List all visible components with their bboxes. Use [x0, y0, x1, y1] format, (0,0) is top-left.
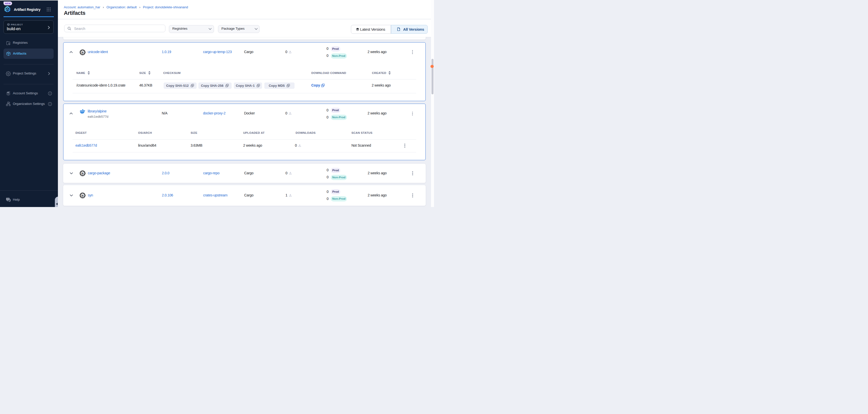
svg-text:?: ?	[7, 198, 8, 200]
svg-text:R: R	[81, 194, 84, 197]
svg-text:R: R	[81, 50, 84, 54]
svg-text:R: R	[81, 171, 84, 175]
